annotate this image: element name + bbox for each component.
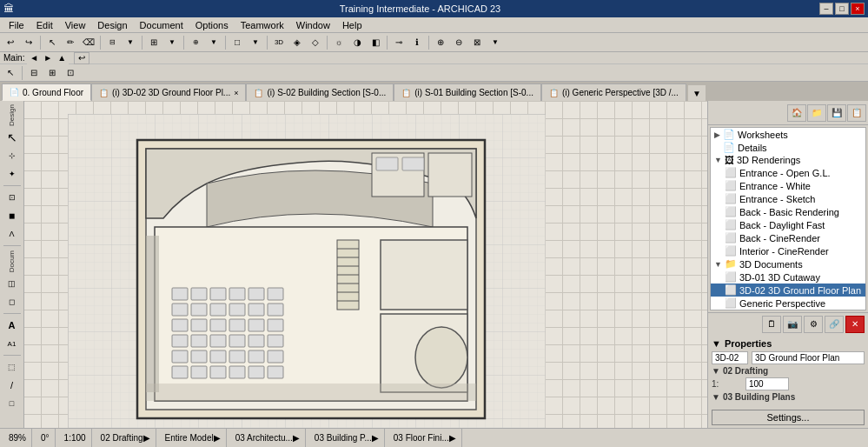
rp-folder-btn[interactable]: 📁 bbox=[807, 104, 826, 122]
tab-s02-section[interactable]: 📋 (i) S-02 Building Section [S-0... bbox=[246, 83, 394, 101]
maximize-btn[interactable]: □ bbox=[835, 3, 849, 15]
3d-btn[interactable]: 3D bbox=[270, 35, 288, 50]
floor-selector[interactable]: ▼ bbox=[122, 35, 139, 50]
panel-close-btn[interactable]: ✕ bbox=[845, 316, 865, 333]
main-nav-btn3[interactable]: ▲ bbox=[55, 52, 69, 64]
menu-edit[interactable]: Edit bbox=[31, 19, 58, 31]
tree-item-entrance-sketch[interactable]: ⬜ Entrance - Sketch bbox=[711, 192, 865, 205]
main-nav-btn1[interactable]: ◄ bbox=[27, 52, 41, 64]
snap-dropdown[interactable]: ▼ bbox=[205, 35, 222, 50]
prop-code-val[interactable]: 3D Ground Floor Plan bbox=[752, 351, 865, 364]
tab-overflow[interactable]: ▼ bbox=[688, 85, 706, 101]
pen-btn[interactable]: ✏ bbox=[62, 35, 79, 50]
tab-close-2[interactable]: × bbox=[234, 89, 238, 97]
undo-btn[interactable]: ↩ bbox=[2, 35, 19, 50]
pointer-btn[interactable]: ↖ bbox=[43, 35, 61, 50]
tree-item-frontal-axon[interactable]: ⬜ Frontal Axonometry bbox=[711, 310, 865, 310]
tab-s01-section[interactable]: 📋 (i) S-01 Building Section [S-0... bbox=[394, 83, 541, 101]
window-btn[interactable]: ◻ bbox=[3, 293, 22, 310]
line-btn[interactable]: / bbox=[3, 377, 22, 394]
view-dropdown[interactable]: ▼ bbox=[247, 35, 264, 50]
zoom-out-btn[interactable]: ⊖ bbox=[450, 35, 467, 50]
info-btn[interactable]: ℹ bbox=[408, 35, 426, 50]
prop-scale-val[interactable]: 100 bbox=[745, 377, 789, 390]
panel-settings-btn[interactable]: ⚙ bbox=[804, 316, 823, 333]
panel-doc-btn[interactable]: 🗒 bbox=[762, 316, 781, 333]
menu-file[interactable]: File bbox=[3, 19, 30, 31]
tree-item-entrance-white[interactable]: ⬜ Entrance - White bbox=[711, 179, 865, 192]
tree-item-generic-persp[interactable]: ⬜ Generic Perspective bbox=[711, 297, 865, 310]
arrow-select[interactable]: ↖ bbox=[2, 65, 19, 81]
canvas-area[interactable] bbox=[24, 101, 707, 428]
panel-cam-btn[interactable]: 📷 bbox=[783, 316, 802, 333]
view-btn[interactable]: □ bbox=[229, 35, 246, 50]
tab-generic-persp[interactable]: 📋 (i) Generic Perspective [3D /... bbox=[541, 83, 686, 101]
tree-item-back-cine[interactable]: ⬜ Back - CineRender bbox=[711, 231, 865, 244]
layer4-control[interactable]: 03 Floor Fini... ▶ bbox=[388, 429, 462, 447]
tab-3d-ground[interactable]: 📋 (i) 3D-02 3D Ground Floor Pl... × bbox=[91, 83, 246, 101]
tree-item-interior-cine[interactable]: ⬜ Interior - CineRender bbox=[711, 244, 865, 257]
layer2-control[interactable]: 03 Architectu... ▶ bbox=[230, 429, 306, 447]
sec-btn1[interactable]: ⊟ bbox=[25, 65, 43, 81]
tree-item-entrance-opengl[interactable]: ⬜ Entrance - Open G.L. bbox=[711, 166, 865, 179]
zoom-control[interactable]: 89% bbox=[3, 429, 32, 447]
label-btn[interactable]: A1 bbox=[3, 335, 22, 352]
rect-btn[interactable]: □ bbox=[3, 395, 22, 412]
render-btn[interactable]: ◈ bbox=[288, 35, 306, 50]
tree-item-details[interactable]: ▶ 📄 Details bbox=[711, 141, 865, 154]
grid-btn[interactable]: ⊞ bbox=[145, 35, 162, 50]
tab-ground-floor[interactable]: 📄 0. Ground Floor bbox=[2, 83, 91, 101]
shading-btn[interactable]: ◧ bbox=[367, 35, 384, 50]
floor-plan-btn[interactable]: ⊟ bbox=[103, 35, 121, 50]
layer3-control[interactable]: 03 Building P... ▶ bbox=[309, 429, 385, 447]
marquee-btn[interactable]: ⊹ bbox=[3, 147, 22, 164]
tree-area[interactable]: ▶ 📄 Worksheets ▶ 📄 Details ▼ 🖼 3D Render… bbox=[710, 127, 866, 310]
eraser-btn[interactable]: ⌫ bbox=[80, 35, 97, 50]
menu-help[interactable]: Help bbox=[337, 19, 368, 31]
magic-wand-btn[interactable]: ✦ bbox=[3, 165, 22, 183]
tree-item-3d-renderings[interactable]: ▼ 🖼 3D Renderings bbox=[711, 154, 865, 166]
snap-btn[interactable]: ⊕ bbox=[187, 35, 204, 50]
menu-options[interactable]: Options bbox=[190, 19, 234, 31]
text-btn[interactable]: A bbox=[3, 317, 22, 334]
rp-copy-btn[interactable]: 📋 bbox=[847, 104, 866, 122]
tree-item-back-basic[interactable]: ⬜ Back - Basic Rendering bbox=[711, 205, 865, 218]
tree-item-3d-ground-plan[interactable]: ⬜ 3D-02 3D Ground Floor Plan bbox=[711, 284, 865, 297]
minimize-btn[interactable]: – bbox=[819, 3, 833, 15]
settings-button[interactable]: Settings... bbox=[712, 410, 865, 425]
rp-home-btn[interactable]: 🏠 bbox=[787, 104, 806, 122]
tree-item-back-daylight[interactable]: ⬜ Back - Daylight Fast bbox=[711, 218, 865, 231]
redo-btn[interactable]: ↪ bbox=[20, 35, 37, 50]
main-floor-indicator[interactable]: ↩ bbox=[74, 52, 89, 64]
layer1-control[interactable]: 02 Drafting ▶ bbox=[96, 429, 156, 447]
hatch-btn[interactable]: ⬚ bbox=[3, 358, 22, 376]
shadow-btn[interactable]: ◑ bbox=[348, 35, 366, 50]
zoom-in-btn[interactable]: ⊕ bbox=[432, 35, 449, 50]
render2-btn[interactable]: ◇ bbox=[307, 35, 324, 50]
angle-control[interactable]: 0° bbox=[36, 429, 56, 447]
fit-btn[interactable]: ⊠ bbox=[468, 35, 486, 50]
tree-item-cutaway[interactable]: ⬜ 3D-01 3D Cutaway bbox=[711, 270, 865, 284]
sec-btn2[interactable]: ⊞ bbox=[43, 65, 61, 81]
scale-control[interactable]: 1:100 bbox=[59, 429, 92, 447]
tree-item-worksheets[interactable]: ▶ 📄 Worksheets bbox=[711, 128, 865, 141]
menu-window[interactable]: Window bbox=[291, 19, 335, 31]
wall-btn[interactable]: ⊡ bbox=[3, 189, 22, 206]
grid-dropdown[interactable]: ▼ bbox=[163, 35, 181, 50]
menu-design[interactable]: Design bbox=[92, 19, 132, 31]
menu-view[interactable]: View bbox=[60, 19, 91, 31]
sun-btn[interactable]: ☼ bbox=[330, 35, 348, 50]
prop-code-key[interactable]: 3D-02 bbox=[712, 351, 748, 364]
zoom-dropdown[interactable]: ▼ bbox=[487, 35, 504, 50]
model-control[interactable]: Entire Model ▶ bbox=[160, 429, 227, 447]
door-btn[interactable]: ◫ bbox=[3, 275, 22, 292]
column-btn[interactable]: ◼ bbox=[3, 207, 22, 224]
measure-btn[interactable]: ⊸ bbox=[390, 35, 407, 50]
sec-btn3[interactable]: ⊡ bbox=[62, 65, 79, 81]
main-nav-btn2[interactable]: ► bbox=[41, 52, 55, 64]
menu-document[interactable]: Document bbox=[135, 19, 189, 31]
rp-save-btn[interactable]: 💾 bbox=[827, 104, 846, 122]
panel-link-btn[interactable]: 🔗 bbox=[825, 316, 844, 333]
close-btn[interactable]: × bbox=[851, 3, 865, 15]
roof-btn[interactable]: Λ bbox=[3, 225, 22, 243]
